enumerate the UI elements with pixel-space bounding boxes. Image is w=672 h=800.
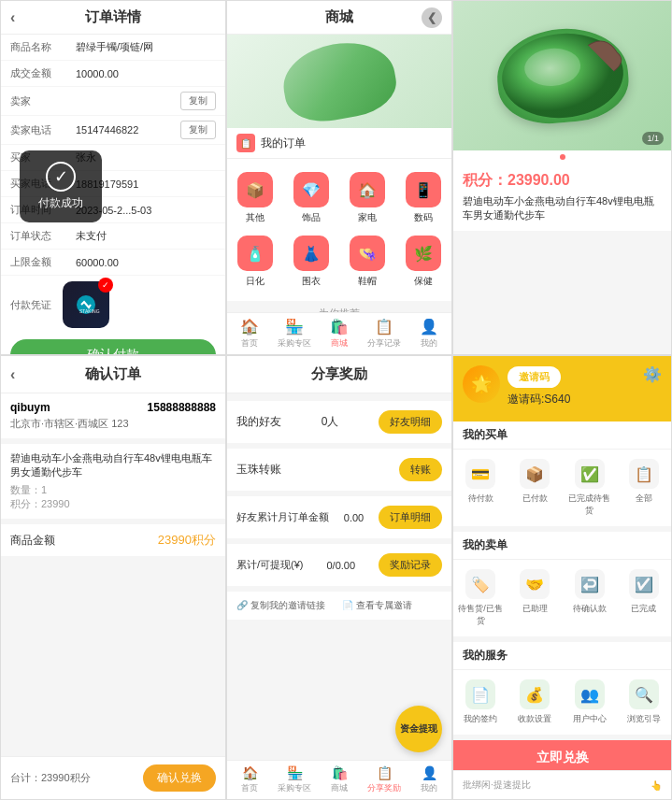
confirm-submit-button[interactable]: 确认兑换 bbox=[143, 764, 216, 792]
sell-pending-confirm[interactable]: ↩️ 待确认款 bbox=[563, 565, 617, 631]
user-center-icon: 👥 bbox=[575, 679, 605, 709]
share-nav-home[interactable]: 🏠 首页 bbox=[227, 761, 272, 799]
category-appliances[interactable]: 🏠 家电 bbox=[339, 166, 395, 230]
my-friends-value: 0人 bbox=[322, 414, 339, 430]
jade-product-image bbox=[493, 23, 631, 128]
rewards-record-button[interactable]: 奖励记录 bbox=[379, 553, 442, 577]
sell-pending-icon: 🏷️ bbox=[465, 569, 495, 599]
shop-nav-home[interactable]: 🏠 首页 bbox=[227, 313, 272, 354]
my-friends-detail-button[interactable]: 好友明细 bbox=[379, 410, 442, 434]
goods-pts: 积分：23990 bbox=[10, 497, 216, 511]
category-hats[interactable]: 👒 鞋帽 bbox=[339, 230, 395, 293]
assisted-icon: 🤝 bbox=[520, 569, 550, 599]
order-all[interactable]: 📋 全部 bbox=[617, 455, 671, 521]
confirm-order-panel: ‹ 确认订单 qibuym 15888888888 北京市·市辖区·西城区 12… bbox=[0, 355, 226, 800]
shop-header: 商城 ❮ bbox=[227, 1, 451, 35]
shop-nav-mine[interactable]: 👤 我的 bbox=[407, 313, 451, 354]
category-other[interactable]: 📦 其他 bbox=[227, 166, 283, 230]
category-daily-icon: 🧴 bbox=[237, 236, 273, 271]
shop-title: 商城 bbox=[325, 8, 353, 24]
friends-order-label: 好友累计月订单金额 bbox=[236, 510, 329, 524]
sell-orders-grid: 🏷️ 待售货/已售货 🤝 已助理 ↩️ 待确认款 ☑️ 已完成 bbox=[453, 560, 671, 636]
category-appliances-icon: 🏠 bbox=[350, 172, 385, 207]
sell-completed[interactable]: ☑️ 已完成 bbox=[617, 565, 671, 631]
category-digital[interactable]: 📱 数码 bbox=[395, 166, 451, 230]
confirm-order-back-button[interactable]: ‹ bbox=[10, 366, 15, 383]
my-friends-row: 我的好友 0人 好友明细 bbox=[227, 401, 451, 443]
sell-pending[interactable]: 🏷️ 待售货/已售货 bbox=[453, 565, 508, 631]
category-daily[interactable]: 🧴 日化 bbox=[227, 230, 283, 293]
share-rewards-header: 分享奖励 bbox=[227, 356, 451, 393]
my-orders-panel: 🌟 邀请码 邀请码:S640 ⚙️ 我的买单 💳 待付款 📦 已付款 ✅ 已完成… bbox=[452, 355, 672, 800]
product-points: 积分：23990.00 bbox=[463, 171, 662, 191]
view-invite-link[interactable]: 📄 查看专属邀请 bbox=[342, 599, 412, 612]
avatar: 🌟 bbox=[463, 365, 500, 403]
pay-success-text: 付款成功 bbox=[38, 195, 83, 211]
total-value: 23990积分 bbox=[158, 532, 216, 549]
order-completed-pending-sale[interactable]: ✅ 已完成待售货 bbox=[563, 455, 617, 521]
category-hats-icon: 👒 bbox=[350, 236, 385, 271]
orders-bottom-bar: 批绑闲·提速提比 👆 bbox=[453, 770, 671, 799]
order-status-row: 订单状态 未支付 bbox=[1, 223, 225, 250]
buyer-name: qibuym bbox=[10, 401, 50, 414]
sell-assisted[interactable]: 🤝 已助理 bbox=[508, 565, 562, 631]
confirm-order-title: 确认订单 bbox=[85, 365, 141, 381]
confirm-order-header: ‹ 确认订单 bbox=[1, 356, 225, 393]
category-digital-icon: 📱 bbox=[406, 172, 441, 207]
check-circle-icon: ✓ bbox=[46, 162, 76, 192]
jade-decoration bbox=[278, 35, 401, 128]
category-jewelry[interactable]: 💎 饰品 bbox=[283, 166, 339, 230]
bottom-text: 批绑闲·提速提比 bbox=[463, 779, 531, 792]
yuzhu-transfer-button[interactable]: 转账 bbox=[399, 458, 442, 481]
invite-code: 邀请码:S640 bbox=[508, 392, 570, 407]
copy-seller-phone-button[interactable]: 复制 bbox=[180, 121, 216, 139]
service-user-center[interactable]: 👥 用户中心 bbox=[563, 676, 617, 729]
buy-orders-grid: 💳 待付款 📦 已付款 ✅ 已完成待售货 📋 全部 bbox=[453, 450, 671, 526]
total-row: 商品金额 23990积分 bbox=[1, 524, 225, 556]
order-paid[interactable]: 📦 已付款 bbox=[508, 455, 562, 521]
order-detail-header: ‹ 订单详情 bbox=[1, 1, 225, 35]
share-rewards-panel: 分享奖励 我的好友 0人 好友明细 玉珠转账 转账 好友累计月订单金额 0.00… bbox=[226, 355, 452, 800]
category-health[interactable]: 🌿 保健 bbox=[395, 230, 451, 293]
share-nav-shop[interactable]: 🛍️ 商城 bbox=[317, 761, 362, 799]
fund-withdraw-button[interactable]: 资金提现 bbox=[395, 706, 442, 752]
copy-seller-button[interactable]: 复制 bbox=[180, 92, 216, 110]
verified-badge bbox=[98, 278, 113, 293]
share-nav-share[interactable]: 📋 分享奖励 bbox=[362, 761, 407, 799]
staking-icon: STAKING bbox=[63, 281, 109, 328]
shop-panel: 商城 ❮ 📋 我的订单 📦 其他 💎 饰品 🏠 家电 📱 数码 🧴 日化 bbox=[226, 0, 452, 355]
service-browse-guide[interactable]: 🔍 浏览引导 bbox=[617, 676, 671, 729]
shop-nav-purchase[interactable]: 🏪 采购专区 bbox=[272, 313, 317, 354]
payment-settings-icon: 💰 bbox=[520, 679, 550, 709]
shop-arrow-button[interactable]: ❮ bbox=[422, 7, 442, 28]
order-amount-row: 成交金额 10000.00 bbox=[1, 61, 225, 87]
category-clothing[interactable]: 👗 围衣 bbox=[283, 230, 339, 293]
cumulative-label: 累计/可提现(¥) bbox=[236, 558, 304, 572]
order-detail-panel: ‹ 订单详情 商品名称 碧绿手镯/项链/网 成交金额 10000.00 卖家 复… bbox=[0, 0, 226, 355]
shop-categories-grid: 📦 其他 💎 饰品 🏠 家电 📱 数码 🧴 日化 👗 围衣 👒 鞋帽 🌿 bbox=[227, 159, 451, 301]
service-payment[interactable]: 💰 收款设置 bbox=[508, 676, 562, 729]
order-pending-pay[interactable]: 💳 待付款 bbox=[453, 455, 508, 521]
share-nav-purchase[interactable]: 🏪 采购专区 bbox=[272, 761, 317, 799]
product-panel: 1/1 积分：23990.00 碧迪电动车小金燕电动自行车48v锂电电瓶车男女通… bbox=[452, 0, 672, 355]
service-items-grid: 📄 我的签约 💰 收款设置 👥 用户中心 🔍 浏览引导 bbox=[453, 670, 671, 735]
copy-invite-link[interactable]: 🔗 复制我的邀请链接 bbox=[236, 599, 325, 612]
share-nav-mine[interactable]: 👤 我的 bbox=[407, 761, 451, 799]
all-orders-icon: 📋 bbox=[629, 459, 659, 489]
shop-my-order-row[interactable]: 📋 我的订单 bbox=[227, 128, 451, 159]
fingerprint-icon: 👆 bbox=[651, 780, 662, 791]
confirm-pay-button[interactable]: 确认付款 bbox=[10, 339, 216, 355]
gear-icon[interactable]: ⚙️ bbox=[643, 365, 662, 383]
service-contract[interactable]: 📄 我的签约 bbox=[453, 676, 508, 729]
total-label: 商品金额 bbox=[10, 533, 55, 549]
order-seller-row: 卖家 复制 bbox=[1, 87, 225, 116]
browse-guide-icon: 🔍 bbox=[629, 679, 659, 709]
back-button[interactable]: ‹ bbox=[10, 9, 15, 26]
shop-nav-shop[interactable]: 🛍️ 商城 bbox=[317, 313, 362, 354]
confirm-bottom-bar: 台计：23990积分 确认兑换 bbox=[1, 756, 225, 799]
svg-text:STAKING: STAKING bbox=[79, 308, 100, 314]
shop-nav-share[interactable]: 📋 分享记录 bbox=[362, 313, 407, 354]
yuzhu-label: 玉珠转账 bbox=[236, 462, 281, 478]
order-detail-button[interactable]: 订单明细 bbox=[379, 506, 442, 529]
share-bottom-nav: 🏠 首页 🏪 采购专区 🛍️ 商城 📋 分享奖励 👤 我的 bbox=[227, 760, 451, 799]
